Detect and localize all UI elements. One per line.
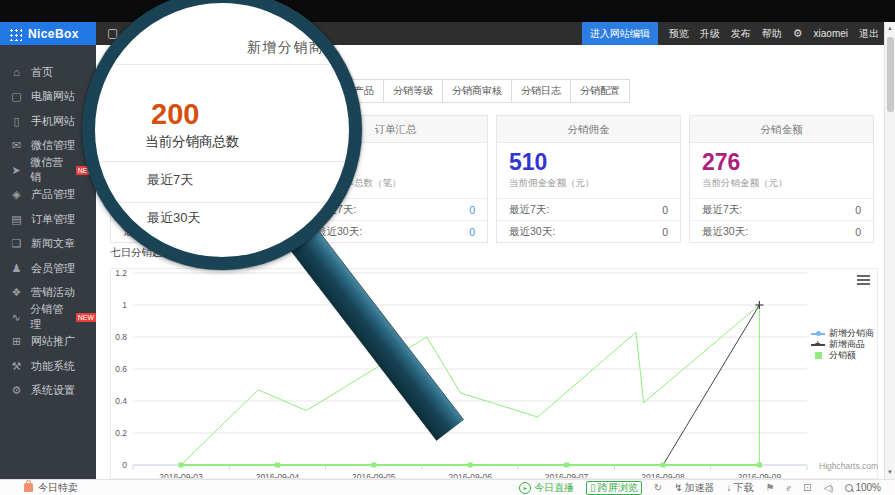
sidebar-item-label: 订单管理 [31,212,75,227]
chart-export-menu-icon[interactable] [857,275,870,287]
sidebar-item-label: 首页 [31,65,53,80]
card-caption: 当前佣金金额（元） [509,177,595,190]
sidebar-item-promotion[interactable]: ⊞网站推广 [0,330,96,355]
download-button[interactable]: ↓下载 [727,481,754,495]
logo-block[interactable]: NiceBox [0,22,96,45]
sidebar-item-label: 产品管理 [31,187,75,202]
sale-bag-icon [24,483,33,492]
tools-icon: ⚒ [10,360,23,373]
sidebar-item-label: 新闻文章 [31,236,75,251]
upgrade-button[interactable]: 升级 [700,27,720,41]
svg-text:2016-09-08: 2016-09-08 [641,472,685,478]
svg-text:0.6: 0.6 [115,364,127,374]
sidebar-item-member[interactable]: ♟会员管理 [0,256,96,281]
tab-2[interactable]: 分销商审核 [442,79,512,103]
sidebar-item-settings[interactable]: ⚙系统设置 [0,379,96,404]
tag-icon: ❖ [10,286,23,299]
svg-text:0.8: 0.8 [115,332,127,342]
enter-site-editor-button[interactable]: 进入网站编辑 [582,22,658,45]
megaphone-icon: ➤ [10,164,22,177]
preview-button[interactable]: 预览 [669,27,689,41]
settings-gear-icon[interactable]: ⚙ [793,27,803,40]
speaker-icon[interactable]: ◁) [823,482,833,493]
sidebar-item-label: 微信营销 [30,155,71,185]
sidebar-item-label: 分销管理 [30,302,71,332]
document-icon: ❏ [10,237,23,250]
card-row: 最近7天:0 [690,198,873,220]
status-bar: 今日特卖 ▸今日直播 ▯跨屏浏览 ↻ ↯加速器 ↓下载 ⚑ e ⊡ ◁) 100… [0,479,895,495]
tab-bar: 分销产品分销等级分销商审核分销日志分销配置 [325,79,630,103]
window-icon[interactable]: ⊡ [803,482,811,493]
vertical-scrollbar[interactable]: ▲ ▼ [884,22,895,479]
sidebar-item-order[interactable]: ▤订单管理 [0,207,96,232]
scroll-up-icon[interactable]: ▲ [885,22,895,35]
sidebar-item-news[interactable]: ❏新闻文章 [0,232,96,257]
sidebar-item-home[interactable]: ⌂首页 [0,60,96,85]
scrollbar-thumb[interactable] [887,37,894,112]
flag-icon[interactable]: ⚑ [766,482,775,493]
svg-text:2016-09-04: 2016-09-04 [256,472,300,478]
lightning-icon: ↯ [674,482,682,493]
card-title: 分销佣金 [497,116,680,143]
scroll-down-icon[interactable]: ▼ [885,466,895,479]
username[interactable]: xiaomei [814,28,848,39]
lens-caption: 当前分销商总数 [145,133,240,151]
sidebar-item-label: 功能系统 [31,359,75,374]
svg-text:2016-09-06: 2016-09-06 [448,472,492,478]
card-row: 最近30天:0 [690,220,873,242]
card-distribution-commission: 分销佣金 510 当前佣金金额（元） 最近7天:0 最近30天:0 [496,115,681,243]
sidebar-item-function[interactable]: ⚒功能系统 [0,354,96,379]
svg-text:2016-09-09: 2016-09-09 [738,472,782,478]
cross-screen-button[interactable]: ▯跨屏浏览 [586,481,642,495]
magnifier-zoom-icon [845,484,853,492]
app-logo: NiceBox [28,27,79,41]
today-live-button[interactable]: ▸今日直播 [519,481,574,495]
sidebar-item-label: 营销活动 [31,285,75,300]
chart-legend: 新增分销商 新增商品 分销额 [811,328,874,361]
desktop-icon: ▢ [10,90,23,103]
sidebar-item-label: 手机网站 [31,114,75,129]
legend-item-distribution-amount[interactable]: 分销额 [811,350,874,361]
app-window: NiceBox ▢ ▯ 进入网站编辑 预览 升级 发布 帮助 ⚙ xiaomei… [0,0,895,495]
svg-text:2016-09-07: 2016-09-07 [545,472,589,478]
browser-icon[interactable]: e [787,482,791,493]
magnifier-lens: 新增分销商 200 当前分销商总数 最近7天 最近30天 [82,0,362,270]
trend-chart: 00.20.40.60.811.22016-09-032016-09-04201… [110,268,878,479]
tab-1[interactable]: 分销等级 [383,79,443,103]
mobile-icon: ▯ [10,115,23,128]
home-icon: ⌂ [10,66,23,78]
download-icon: ↓ [727,482,732,493]
svg-text:1: 1 [122,300,127,310]
zoom-control[interactable]: 100% [845,482,881,493]
sidebar-item-label: 会员管理 [31,261,75,276]
gear-icon: ⚙ [10,384,23,397]
refresh-icon[interactable]: ↻ [654,482,662,493]
lens-row-7days: 最近7天 [147,171,193,189]
tab-4[interactable]: 分销配置 [570,79,630,103]
accelerator-button[interactable]: ↯加速器 [674,481,714,495]
sidebar: ⌂首页▢电脑网站▯手机网站✉微信管理➤微信营销NEW◈产品管理▤订单管理❏新闻文… [0,45,96,479]
card-caption: 当前分销金额（元） [702,177,788,190]
apps-grid-icon [9,28,22,41]
trend-icon: ∿ [10,311,22,324]
lens-row-30days: 最近30天 [147,209,200,227]
order-icon: ▤ [10,213,23,226]
person-icon: ♟ [10,262,23,275]
publish-button[interactable]: 发布 [731,27,751,41]
sidebar-item-label: 微信管理 [31,138,75,153]
sidebar-item-pc-site[interactable]: ▢电脑网站 [0,85,96,110]
tab-3[interactable]: 分销日志 [511,79,571,103]
help-button[interactable]: 帮助 [762,27,782,41]
sidebar-item-wechat-marketing[interactable]: ➤微信营销NEW [0,158,96,183]
green-square-marker-icon [815,352,822,359]
svg-text:1.2: 1.2 [115,269,127,278]
highcharts-credit[interactable]: Highcharts.com [819,461,878,471]
today-sale-button[interactable]: 今日特卖 [24,481,78,495]
card-distribution-amount: 分销金额 276 当前分销金额（元） 最近7天:0 最近30天:0 [689,115,874,243]
blue-line-marker-icon [811,333,825,335]
sidebar-item-distribution[interactable]: ∿分销管理NEW [0,305,96,330]
sidebar-item-label: 电脑网站 [31,89,75,104]
sidebar-item-product[interactable]: ◈产品管理 [0,183,96,208]
play-icon: ▸ [519,482,531,494]
logout-button[interactable]: 退出 [859,27,879,41]
